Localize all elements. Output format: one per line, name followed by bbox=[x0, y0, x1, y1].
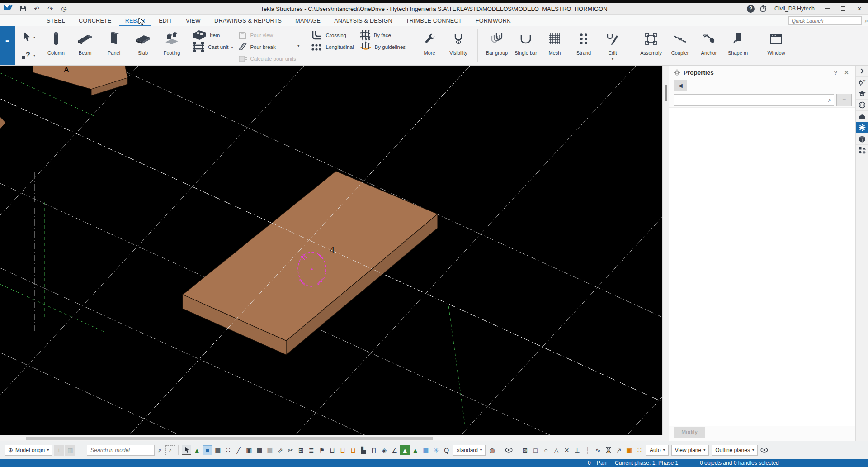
ribbon-button-by-face[interactable]: By face bbox=[359, 29, 406, 41]
ribbon-button-column[interactable]: Column bbox=[42, 26, 71, 56]
rebar-hook-icon[interactable]: ⊔ bbox=[338, 445, 347, 455]
ribbon-button-shape-m[interactable]: Shape m bbox=[723, 26, 752, 56]
learning-cap-icon[interactable] bbox=[856, 88, 868, 100]
cloud-icon[interactable] bbox=[856, 111, 868, 122]
account-name[interactable]: Civil_D3 Hytech bbox=[774, 5, 815, 12]
ribbon-button-footing[interactable]: Footing bbox=[157, 26, 186, 56]
help-icon[interactable]: ? bbox=[747, 5, 755, 13]
quick-launch[interactable]: ⌕ bbox=[788, 16, 862, 25]
select-zigzag-icon[interactable]: ∿ bbox=[593, 445, 603, 455]
ribbon-button-window[interactable]: Window bbox=[762, 26, 791, 56]
ribbon-button-edit[interactable]: Edit▾ bbox=[598, 26, 627, 62]
tab-analysis-design[interactable]: ANALYSIS & DESIGN bbox=[327, 16, 399, 26]
ribbon-button-bar-group[interactable]: Bar group bbox=[482, 26, 511, 56]
ribbon-button-longitudinal[interactable]: Longitudinal bbox=[311, 41, 354, 53]
tab-drawings-reports[interactable]: DRAWINGS & REPORTS bbox=[208, 16, 288, 26]
pour-object-icon[interactable]: ▙ bbox=[359, 445, 368, 455]
auto-dropdown[interactable]: Auto▾ bbox=[646, 445, 669, 456]
tab-concrete[interactable]: CONCRETE bbox=[72, 16, 118, 26]
grid-plane-icon[interactable]: ▦ bbox=[421, 445, 430, 455]
tab-manage[interactable]: MANAGE bbox=[288, 16, 327, 26]
tab-trimble-connect[interactable]: TRIMBLE CONNECT bbox=[399, 16, 469, 26]
undo-button[interactable]: ↶ bbox=[31, 4, 42, 14]
tree-filter-icon[interactable]: ▲ bbox=[400, 445, 410, 455]
angle-icon[interactable]: ∠ bbox=[390, 445, 399, 455]
diamond-view-icon[interactable]: ◈ bbox=[379, 445, 389, 455]
ribbon-button-slab[interactable]: Slab bbox=[128, 26, 157, 56]
quick-launch-input[interactable] bbox=[789, 18, 865, 24]
search-in-model-input[interactable] bbox=[87, 445, 154, 455]
properties-help-icon[interactable]: ? bbox=[832, 69, 839, 76]
snap-plane-icon[interactable]: ■ bbox=[203, 445, 212, 455]
properties-close-icon[interactable]: ✕ bbox=[842, 69, 851, 76]
chevron-down-icon[interactable]: ▾ bbox=[612, 57, 613, 62]
chevron-down-icon[interactable]: ▾ bbox=[231, 45, 233, 49]
tab-view[interactable]: VIEW bbox=[179, 16, 208, 26]
components-shapes-icon[interactable] bbox=[856, 145, 868, 156]
eye-2-icon[interactable] bbox=[760, 445, 769, 455]
properties-search[interactable]: ⌕ bbox=[674, 94, 834, 106]
options-gear-question-icon[interactable]: ? bbox=[856, 77, 868, 88]
tab-rebar[interactable]: REBAR bbox=[118, 16, 152, 26]
select-triangle-icon[interactable]: △ bbox=[552, 445, 561, 455]
select-cursor-icon[interactable] bbox=[182, 445, 191, 455]
snap-reference-icon[interactable]: ▲ bbox=[192, 445, 202, 455]
select-component-icon[interactable]: ▣ bbox=[624, 445, 634, 455]
minimize-button[interactable] bbox=[820, 3, 834, 14]
select-handles-icon[interactable]: ∷ bbox=[635, 445, 644, 455]
tree-select-icon[interactable]: ▲ bbox=[410, 445, 420, 455]
model-viewport-3d[interactable]: 4 A bbox=[0, 66, 662, 435]
select-dashed-icon[interactable]: ┆ bbox=[583, 445, 592, 455]
ribbon-button-cast-unit[interactable]: Cast unit▾ bbox=[192, 41, 233, 53]
rebar-splice-icon[interactable]: ⊔ bbox=[348, 445, 358, 455]
tab-steel[interactable]: STEEL bbox=[40, 16, 72, 26]
ribbon-button-crossing[interactable]: Crossing bbox=[311, 29, 354, 41]
history-button[interactable]: ◷ bbox=[58, 4, 70, 14]
ribbon-button-panel[interactable]: Panel bbox=[99, 26, 128, 56]
snap-jump-icon[interactable]: ⇗ bbox=[275, 445, 285, 455]
outline-planes-dropdown[interactable]: Outline planes▾ bbox=[712, 445, 758, 456]
sphere-icon[interactable]: ◍ bbox=[487, 445, 497, 455]
ribbon-button-coupler[interactable]: Coupler bbox=[665, 26, 694, 56]
select-square-icon[interactable]: □ bbox=[531, 445, 540, 455]
ribbon-button-assembly[interactable]: Assembly bbox=[637, 26, 665, 56]
restore-button[interactable] bbox=[836, 3, 850, 14]
select-x-icon[interactable]: ✕ bbox=[562, 445, 571, 455]
viewport-vscrollbar[interactable] bbox=[662, 66, 669, 435]
ribbon-button-mesh[interactable]: Mesh bbox=[540, 26, 569, 56]
cut-icon[interactable]: ✂ bbox=[286, 445, 295, 455]
ribbon-button-item[interactable]: Item bbox=[192, 29, 233, 41]
grid-snap-icon[interactable]: ▦ bbox=[255, 445, 264, 455]
ribbon-menu-button[interactable]: ≡ bbox=[0, 26, 15, 65]
search-window-button[interactable]: ⌕ bbox=[165, 445, 175, 455]
select-perpendicular-icon[interactable]: ⊥ bbox=[572, 445, 582, 455]
ribbon-button-anchor[interactable]: Anchor bbox=[694, 26, 723, 56]
magnet-icon[interactable]: Q bbox=[442, 445, 451, 455]
visibility-eye-icon[interactable] bbox=[504, 445, 514, 455]
modify-button[interactable]: Modify bbox=[674, 427, 705, 438]
snap-line-icon[interactable]: ╱ bbox=[234, 445, 243, 455]
tab-formwork[interactable]: FORMWORK bbox=[469, 16, 518, 26]
redo-button[interactable]: ↷ bbox=[44, 4, 56, 14]
chevron-down-icon[interactable]: ▾ bbox=[33, 53, 35, 57]
view-plane-dropdown[interactable]: View plane▾ bbox=[671, 445, 709, 456]
viewport-hscrollbar[interactable] bbox=[0, 435, 669, 441]
select-arrow-icon[interactable]: ↗ bbox=[614, 445, 623, 455]
rebar-set-icon[interactable]: ⊔ bbox=[327, 445, 337, 455]
ribbon-button-more[interactable]: More bbox=[415, 26, 444, 56]
select-circle-icon[interactable]: ○ bbox=[541, 445, 551, 455]
model-origin-dropdown[interactable]: ⊕ Model origin ▾ bbox=[5, 445, 52, 456]
ribbon-button-beam[interactable]: Beam bbox=[71, 26, 99, 56]
stopwatch-icon[interactable] bbox=[757, 4, 769, 14]
tab-edit[interactable]: EDIT bbox=[152, 16, 179, 26]
chevron-down-icon[interactable]: ▾ bbox=[296, 43, 301, 48]
chevron-down-icon[interactable]: ▾ bbox=[33, 35, 35, 39]
model-cube-icon[interactable] bbox=[856, 133, 868, 145]
portal-icon[interactable]: Π bbox=[369, 445, 378, 455]
properties-menu-button[interactable]: ≡ bbox=[836, 94, 852, 106]
properties-gear-icon[interactable] bbox=[856, 122, 868, 133]
snap-points-icon[interactable]: ∷ bbox=[223, 445, 233, 455]
select-all-icon[interactable]: ⊠ bbox=[520, 445, 530, 455]
clip-window-icon[interactable]: ⊞ bbox=[296, 445, 306, 455]
grid-light-icon[interactable]: ▦ bbox=[265, 445, 274, 455]
